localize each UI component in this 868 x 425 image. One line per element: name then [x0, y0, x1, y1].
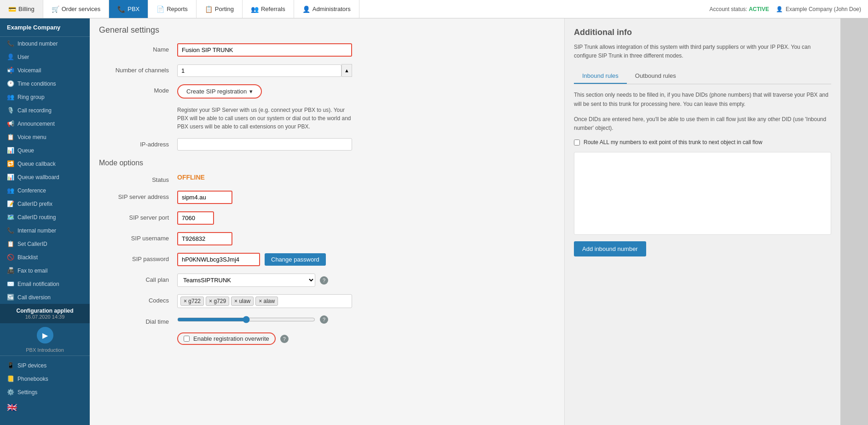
channels-spinner: ▲	[177, 64, 352, 77]
call-plan-help-icon[interactable]: ?	[320, 276, 328, 285]
sip-server-port-input[interactable]	[177, 211, 214, 225]
sidebar-item-callerid-routing[interactable]: 🗺️ CallerID routing	[0, 210, 90, 224]
call-plan-row: Call plan TeamsSIPTRUNK Default Internat…	[99, 274, 555, 287]
route-all-row: Route ALL my numbers to exit point of th…	[574, 139, 831, 146]
sidebar-item-time-conditions[interactable]: 🕐 Time conditions	[0, 77, 90, 90]
nav-order[interactable]: 🛒 Order services	[43, 0, 110, 18]
codec-tag-g729: × g729	[206, 297, 229, 306]
enable-reg-overwrite-container: Enable registration overwrite ?	[177, 332, 352, 345]
channels-label: Number of channels	[99, 64, 177, 74]
sidebar-item-sip-devices[interactable]: 📱 SIP devices	[0, 359, 90, 372]
ip-address-field-container	[177, 138, 352, 151]
sidebar-item-call-diversion[interactable]: ↪️ Call diversion	[0, 291, 90, 304]
call-plan-select[interactable]: TeamsSIPTRUNK Default International	[177, 274, 315, 287]
account-status-label: Account status: ACTIVE	[710, 6, 769, 12]
sidebar-item-settings[interactable]: ⚙️ Settings	[0, 385, 90, 399]
sidebar-item-queue[interactable]: 📊 Queue	[0, 144, 90, 157]
mode-value: Create SIP registration	[186, 88, 247, 95]
dial-time-slider-container	[177, 316, 315, 323]
sidebar-item-phonebooks[interactable]: 📒 Phonebooks	[0, 372, 90, 385]
ip-address-input[interactable]	[177, 138, 352, 151]
nav-porting[interactable]: 📋 Porting	[197, 0, 243, 18]
sidebar-item-conference[interactable]: 👥 Conference	[0, 184, 90, 197]
sidebar-item-announcement[interactable]: 📢 Announcement	[0, 117, 90, 130]
config-applied-section: Configuration applied 16.07.2020 14:39	[0, 304, 90, 323]
tab-outbound-rules[interactable]: Outbound rules	[627, 69, 684, 84]
pbx-intro-play-button[interactable]: ▶	[37, 327, 53, 343]
sidebar-item-voice-menu[interactable]: 📋 Voice menu	[0, 130, 90, 144]
nav-billing[interactable]: 💳 Billing	[0, 0, 43, 18]
sip-server-address-input[interactable]	[177, 191, 232, 204]
sidebar-item-call-recording[interactable]: 🎙️ Call recording	[0, 104, 90, 117]
sip-password-row: SIP password Change password	[99, 253, 555, 266]
queue-wallboard-icon: 📊	[7, 174, 14, 180]
order-icon: 🛒	[52, 6, 59, 13]
sidebar-item-internal-number[interactable]: 📞 Internal number	[0, 224, 90, 237]
top-nav-right: Account status: ACTIVE 👤 Example Company…	[703, 6, 868, 12]
sidebar-item-ring-group[interactable]: 👥 Ring group	[0, 90, 90, 104]
user-info[interactable]: 👤 Example Company (John Doe)	[776, 6, 861, 12]
sidebar-item-callerid-prefix[interactable]: 📝 CallerID prefix	[0, 197, 90, 210]
codec-tag-ulaw: × ulaw	[231, 297, 254, 306]
inbound-number-icon: 📞	[7, 40, 14, 47]
reg-overwrite-help-icon[interactable]: ?	[280, 335, 289, 343]
conference-icon: 👥	[7, 187, 14, 194]
sidebar-item-blacklist[interactable]: 🚫 Blacklist	[0, 250, 90, 264]
blacklist-icon: 🚫	[7, 254, 14, 261]
call-diversion-icon: ↪️	[7, 294, 14, 301]
sidebar-item-set-callerid[interactable]: 📋 Set CallerID	[0, 237, 90, 250]
sip-server-address-label: SIP server address	[99, 191, 177, 200]
enable-reg-overwrite-circled: Enable registration overwrite	[177, 332, 276, 345]
nav-administrators[interactable]: 👤 Administrators	[294, 0, 359, 18]
sip-username-container	[177, 232, 352, 245]
ip-address-label: IP-address	[99, 138, 177, 148]
name-field-container	[177, 43, 352, 57]
codecs-container: × g722 × g729 × ulaw × alaw	[177, 294, 352, 308]
internal-number-icon: 📞	[7, 227, 14, 234]
dial-time-slider[interactable]	[177, 316, 315, 323]
enable-reg-overwrite-checkbox[interactable]	[184, 336, 190, 342]
sidebar-item-user[interactable]: 👤 User	[0, 50, 90, 64]
codec-tag-alaw: × alaw	[255, 297, 278, 306]
sidebar-item-email-notification[interactable]: ✉️ Email notification	[0, 277, 90, 291]
name-input[interactable]	[177, 43, 352, 57]
additional-info-description: SIP Trunk allows integration of this sys…	[574, 43, 831, 60]
route-all-checkbox[interactable]	[574, 140, 580, 146]
channels-field-container: ▲	[177, 64, 352, 77]
referrals-icon: 👥	[251, 6, 259, 13]
sidebar-item-queue-callback[interactable]: 🔁 Queue callback	[0, 157, 90, 170]
sip-devices-icon: 📱	[7, 362, 14, 369]
enable-reg-overwrite-row: Enable registration overwrite ?	[99, 332, 555, 345]
sip-server-address-row: SIP server address	[99, 191, 555, 204]
sidebar: Example Company 📞 Inbound number 👤 User …	[0, 18, 90, 425]
sip-username-input[interactable]	[177, 232, 232, 245]
add-inbound-number-button[interactable]: Add inbound number	[574, 241, 646, 256]
channels-input[interactable]	[177, 64, 341, 77]
inbound-numbers-area	[574, 152, 831, 235]
mode-dropdown-button[interactable]: Create SIP registration ▾	[177, 84, 262, 99]
inbound-rules-description1: This section only needs to be filled in,…	[574, 91, 831, 108]
sip-password-input[interactable]	[177, 253, 260, 266]
config-applied-label: Configuration applied	[5, 308, 85, 314]
account-status-value: ACTIVE	[749, 6, 769, 12]
codecs-label: Codecs	[99, 294, 177, 304]
nav-pbx[interactable]: 📞 PBX	[109, 0, 148, 18]
sip-password-label: SIP password	[99, 253, 177, 262]
nav-reports[interactable]: 📄 Reports	[148, 0, 197, 18]
dial-time-label: Dial time	[99, 315, 177, 325]
language-flag[interactable]: 🇬🇧	[0, 399, 90, 416]
email-notification-icon: ✉️	[7, 280, 14, 287]
nav-referrals[interactable]: 👥 Referrals	[243, 0, 294, 18]
status-row: Status OFFLINE	[99, 174, 555, 183]
sidebar-item-voicemail[interactable]: 📬 Voicemail	[0, 64, 90, 77]
dial-time-help-icon[interactable]: ?	[320, 315, 328, 324]
tab-inbound-rules[interactable]: Inbound rules	[574, 69, 627, 84]
sidebar-item-queue-wallboard[interactable]: 📊 Queue wallboard	[0, 170, 90, 184]
fax-to-email-icon: 📠	[7, 267, 14, 274]
set-callerid-icon: 📋	[7, 240, 14, 247]
channels-spin-up[interactable]: ▲	[341, 64, 352, 77]
rules-tabs: Inbound rules Outbound rules	[574, 69, 831, 84]
sidebar-item-inbound-number[interactable]: 📞 Inbound number	[0, 37, 90, 50]
sidebar-item-fax-to-email[interactable]: 📠 Fax to email	[0, 264, 90, 277]
change-password-button[interactable]: Change password	[265, 253, 326, 266]
